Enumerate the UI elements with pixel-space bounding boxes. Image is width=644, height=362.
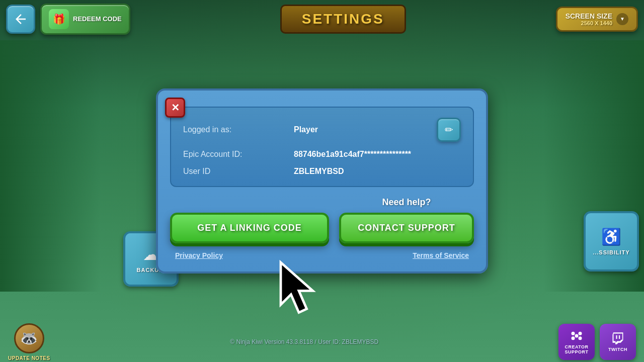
- user-id-value: ZBLEMYBSD: [294, 167, 461, 176]
- privacy-policy-link[interactable]: Privacy Policy: [175, 251, 223, 259]
- epic-account-value: 88746be1a91c4af7***************: [294, 150, 461, 159]
- contact-support-button[interactable]: CONTACT SUPPORT: [339, 213, 474, 244]
- modal-actions: GET A LINKING CODE Need help? CONTACT SU…: [170, 197, 474, 244]
- linking-code-label: GET A LINKING CODE: [182, 223, 317, 234]
- need-help-label: Need help?: [382, 197, 431, 208]
- pencil-icon: ✏: [445, 124, 453, 136]
- account-info-box: Logged in as: Player ✏ Epic Account ID: …: [170, 107, 474, 187]
- user-id-label: User ID: [183, 167, 294, 176]
- logged-in-value: Player: [294, 125, 437, 134]
- user-id-row: User ID ZBLEMYBSD: [183, 167, 461, 176]
- settings-modal: ✕ Logged in as: Player ✏ Epic Account ID…: [156, 88, 488, 274]
- close-button[interactable]: ✕: [165, 98, 185, 118]
- logged-in-label: Logged in as:: [183, 125, 294, 134]
- terms-of-service-link[interactable]: Terms of Service: [413, 251, 469, 259]
- contact-support-label: CONTACT SUPPORT: [351, 223, 462, 234]
- logged-in-row: Logged in as: Player ✏: [183, 118, 461, 142]
- edit-username-button[interactable]: ✏: [437, 118, 461, 142]
- help-section: Need help? CONTACT SUPPORT: [339, 197, 474, 244]
- get-linking-code-button[interactable]: GET A LINKING CODE: [170, 213, 329, 244]
- epic-account-row: Epic Account ID: 88746be1a91c4af7*******…: [183, 150, 461, 159]
- epic-account-label: Epic Account ID:: [183, 150, 294, 159]
- modal-overlay: ✕ Logged in as: Player ✏ Epic Account ID…: [0, 0, 644, 362]
- modal-links: Privacy Policy Terms of Service: [170, 251, 474, 259]
